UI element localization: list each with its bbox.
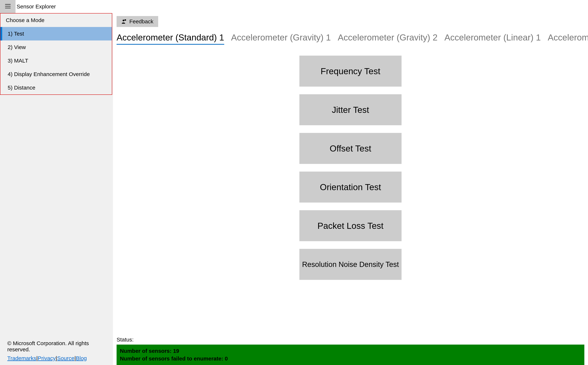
link-separator: | (56, 355, 57, 361)
status-line-1: Number of sensors: 19 (120, 347, 581, 355)
app-body: Choose a Mode 1) Test 2) View 3) MALT 4)… (0, 13, 588, 365)
hamburger-menu-button[interactable] (0, 0, 15, 13)
tab-accelerometer-more[interactable]: Accelerometer (548, 32, 588, 45)
link-separator: | (74, 355, 76, 361)
tab-accelerometer-gravity-2[interactable]: Accelerometer (Gravity) 2 (338, 32, 437, 45)
main-panel: Feedback Accelerometer (Standard) 1 Acce… (113, 13, 588, 365)
footer-links: Trademarks|Privacy|Source|Blog (7, 355, 106, 361)
status-label: Status: (117, 337, 584, 343)
test-offset-button[interactable]: Offset Test (299, 133, 402, 164)
mode-item-distance[interactable]: 5) Distance (0, 81, 112, 94)
hamburger-icon (4, 3, 12, 11)
mode-item-view[interactable]: 2) View (0, 41, 112, 54)
app-title: Sensor Explorer (17, 3, 56, 10)
feedback-row: Feedback (113, 13, 588, 27)
test-jitter-button[interactable]: Jitter Test (299, 94, 402, 125)
test-list: Frequency Test Jitter Test Offset Test O… (113, 45, 588, 335)
link-blog[interactable]: Blog (76, 355, 87, 361)
link-trademarks[interactable]: Trademarks (7, 355, 36, 361)
link-source[interactable]: Source (57, 355, 74, 361)
mode-item-label: 2) View (8, 44, 26, 50)
mode-item-label: 1) Test (8, 31, 24, 37)
svg-point-3 (122, 20, 124, 21)
tab-accelerometer-linear-1[interactable]: Accelerometer (Linear) 1 (445, 32, 541, 45)
mode-item-label: 4) Display Enhancement Override (8, 71, 90, 77)
test-orientation-button[interactable]: Orientation Test (299, 172, 402, 203)
sensor-tabs: Accelerometer (Standard) 1 Accelerometer… (113, 27, 588, 45)
sidebar: Choose a Mode 1) Test 2) View 3) MALT 4)… (0, 13, 113, 365)
mode-item-label: 5) Distance (8, 84, 36, 91)
mode-item-display-enhancement[interactable]: 4) Display Enhancement Override (0, 67, 112, 81)
tab-accelerometer-standard-1[interactable]: Accelerometer (Standard) 1 (117, 32, 224, 45)
mode-item-malt[interactable]: 3) MALT (0, 54, 112, 67)
mode-selection-box: Choose a Mode 1) Test 2) View 3) MALT 4)… (0, 13, 112, 95)
copyright-text: © Microsoft Corporation. All rights rese… (7, 340, 106, 353)
status-box: Number of sensors: 19 Number of sensors … (117, 344, 584, 365)
mode-item-test[interactable]: 1) Test (0, 27, 112, 41)
svg-rect-4 (124, 19, 126, 21)
mode-header: Choose a Mode (0, 14, 112, 27)
feedback-button[interactable]: Feedback (117, 16, 158, 27)
feedback-label: Feedback (129, 18, 153, 25)
status-line-2: Number of sensors failed to enumerate: 0 (120, 355, 581, 362)
status-area: Status: Number of sensors: 19 Number of … (113, 335, 588, 365)
test-packet-loss-button[interactable]: Packet Loss Test (299, 210, 402, 241)
sidebar-footer: © Microsoft Corporation. All rights rese… (0, 337, 113, 365)
mode-item-label: 3) MALT (8, 58, 28, 64)
title-bar: Sensor Explorer (0, 0, 588, 13)
link-separator: | (36, 355, 38, 361)
tab-accelerometer-gravity-1[interactable]: Accelerometer (Gravity) 1 (231, 32, 331, 45)
sidebar-spacer (0, 95, 113, 337)
test-frequency-button[interactable]: Frequency Test (299, 56, 402, 87)
test-resolution-noise-density-button[interactable]: Resolution Noise Density Test (299, 249, 402, 280)
link-privacy[interactable]: Privacy (38, 355, 56, 361)
app-root: Sensor Explorer Choose a Mode 1) Test 2)… (0, 0, 588, 365)
feedback-person-icon (121, 19, 126, 24)
